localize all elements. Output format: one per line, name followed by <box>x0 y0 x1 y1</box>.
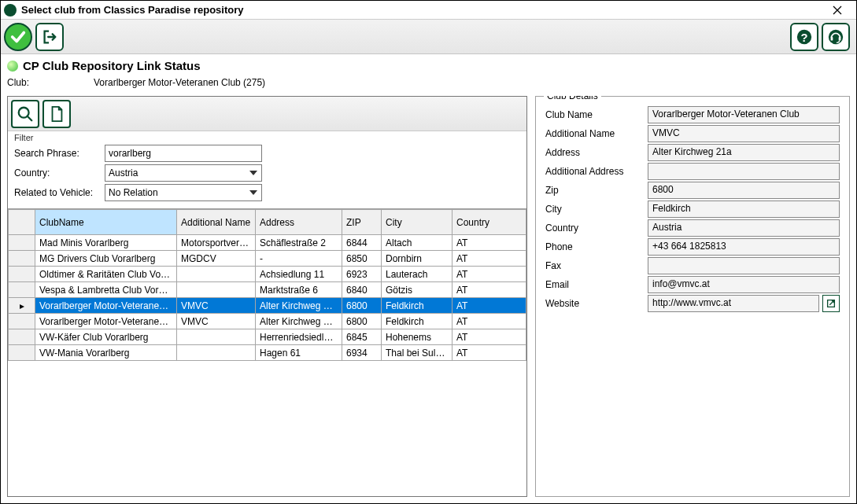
search-phrase-input[interactable] <box>105 145 262 162</box>
confirm-button[interactable] <box>4 23 32 51</box>
table-row[interactable]: Oldtimer & Raritäten Club VorarlbergAchs… <box>9 267 526 282</box>
filter-legend: Filter <box>14 133 520 142</box>
app-icon <box>4 4 17 17</box>
results-grid[interactable]: ClubName Additional Name Address ZIP Cit… <box>8 208 526 496</box>
detail-phone-value: +43 664 1825813 <box>648 238 840 256</box>
cell-club-name: Oldtimer & Raritäten Club Vorarlberg <box>35 267 177 282</box>
help-button[interactable]: ? <box>790 23 818 51</box>
cell-additional-name <box>177 267 256 282</box>
row-marker <box>9 235 35 251</box>
cell-additional-name: MGDCV <box>177 251 256 267</box>
cell-address: Marktstraße 6 <box>256 282 342 298</box>
grid-header-zip[interactable]: ZIP <box>342 210 382 235</box>
detail-address-label: Address <box>545 147 648 158</box>
search-pane: Filter Search Phrase: Country: Austria R… <box>7 96 527 497</box>
cell-city: Hohenems <box>382 329 453 345</box>
cell-country: AT <box>453 298 526 314</box>
exit-button[interactable] <box>35 23 64 51</box>
table-row[interactable]: VW-Käfer Club VorarlbergHerrenriedsiedlu… <box>9 329 526 345</box>
close-button[interactable] <box>822 2 853 18</box>
row-marker <box>9 282 35 298</box>
related-vehicle-label: Related to Vehicle: <box>14 187 105 198</box>
cell-club-name: Mad Minis Vorarlberg <box>35 235 177 251</box>
club-row: Club: Vorarlberger Motor-Veteranen Club … <box>7 77 850 88</box>
new-button[interactable] <box>42 100 71 128</box>
cell-address: Achsiedlung 11 <box>256 267 342 282</box>
detail-website-value: http://www.vmvc.at <box>648 295 819 312</box>
cell-zip: 6844 <box>342 235 382 251</box>
table-row[interactable]: MG Drivers Club VorarlbergMGDCV-6850Dorn… <box>9 251 526 267</box>
open-website-button[interactable] <box>822 295 840 312</box>
cell-address: Hagen 61 <box>256 345 342 361</box>
cell-club-name: MG Drivers Club Vorarlberg <box>35 251 177 267</box>
svg-rect-3 <box>831 37 833 41</box>
cell-city: Altach <box>382 235 453 251</box>
cell-city: Dornbirn <box>382 251 453 267</box>
detail-additionaladdress-label: Additional Address <box>545 166 648 177</box>
grid-header-additionalname[interactable]: Additional Name <box>177 210 256 235</box>
cell-address: - <box>256 251 342 267</box>
grid-header-city[interactable]: City <box>382 210 453 235</box>
grid-header-row: ClubName Additional Name Address ZIP Cit… <box>9 210 526 235</box>
grid-header-address[interactable]: Address <box>256 210 342 235</box>
support-button[interactable] <box>822 23 850 51</box>
cell-country: AT <box>453 251 526 267</box>
detail-country-value: Austria <box>648 219 840 237</box>
country-select[interactable]: Austria <box>105 164 262 182</box>
cell-club-name: Vorarlberger Motor-Veteranen Club <box>35 298 177 314</box>
row-marker: ▸ <box>9 298 35 314</box>
detail-fax-label: Fax <box>545 260 648 271</box>
help-icon: ? <box>796 28 813 46</box>
cell-country: AT <box>453 329 526 345</box>
cell-address: Alter Kirchweg 21a <box>256 314 342 329</box>
status-row: CP Club Repository Link Status <box>7 59 850 72</box>
cell-club-name: Vespa & Lambretta Club Vorarlberg <box>35 282 177 298</box>
titlebar: Select club from Classics Paradise repos… <box>1 1 856 20</box>
grid-header-clubname[interactable]: ClubName <box>35 210 177 235</box>
detail-clubname-label: Club Name <box>545 109 648 120</box>
table-row[interactable]: VW-Mania VorarlbergHagen 616934Thal bei … <box>9 345 526 361</box>
detail-address-value: Alter Kirchweg 21a <box>648 144 840 161</box>
cell-additional-name: VMVC <box>177 298 256 314</box>
close-icon <box>833 6 842 15</box>
detail-website-label: Website <box>545 298 648 309</box>
cell-city: Lauterach <box>382 267 453 282</box>
svg-text:?: ? <box>801 31 808 43</box>
exit-icon <box>41 28 58 46</box>
grid-header-country[interactable]: Country <box>453 210 526 235</box>
detail-clubname-value: Vorarlberger Motor-Veteranen Club <box>648 106 840 123</box>
detail-city-value: Feldkirch <box>648 200 840 218</box>
grid-header-marker[interactable] <box>9 210 35 235</box>
cell-address: Herrenriedsiedlung 9 <box>256 329 342 345</box>
cell-country: AT <box>453 314 526 329</box>
detail-fax-value <box>648 257 840 274</box>
detail-city-label: City <box>545 204 648 215</box>
search-phrase-label: Search Phrase: <box>14 148 105 159</box>
cell-city: Feldkirch <box>382 298 453 314</box>
table-row[interactable]: Mad Minis VorarlbergMotorsportvereinSchä… <box>9 235 526 251</box>
window: Select club from Classics Paradise repos… <box>0 0 857 504</box>
cell-zip: 6923 <box>342 267 382 282</box>
search-button[interactable] <box>11 100 39 128</box>
search-toolbar <box>8 97 526 131</box>
window-title: Select club from Classics Paradise repos… <box>21 4 822 16</box>
cell-country: AT <box>453 345 526 361</box>
table-row[interactable]: ▸Vorarlberger Motor-Veteranen ClubVMVCAl… <box>9 298 526 314</box>
content-area: CP Club Repository Link Status Club: Vor… <box>1 54 856 503</box>
cell-zip: 6934 <box>342 345 382 361</box>
document-icon <box>48 105 65 123</box>
cell-zip: 6850 <box>342 251 382 267</box>
row-marker <box>9 345 35 361</box>
table-row[interactable]: Vorarlberger Motor-Veteranen ClubVMVCAlt… <box>9 314 526 329</box>
panes: Filter Search Phrase: Country: Austria R… <box>7 96 850 497</box>
status-heading: CP Club Repository Link Status <box>23 59 201 72</box>
check-icon <box>9 28 27 46</box>
row-marker <box>9 314 35 329</box>
cell-additional-name: VMVC <box>177 314 256 329</box>
cell-club-name: VW-Käfer Club Vorarlberg <box>35 329 177 345</box>
cell-city: Thal bei Sulzberg <box>382 345 453 361</box>
detail-zip-label: Zip <box>545 185 648 196</box>
related-vehicle-select[interactable]: No Relation <box>105 184 262 201</box>
table-row[interactable]: Vespa & Lambretta Club VorarlbergMarktst… <box>9 282 526 298</box>
cell-zip: 6800 <box>342 298 382 314</box>
